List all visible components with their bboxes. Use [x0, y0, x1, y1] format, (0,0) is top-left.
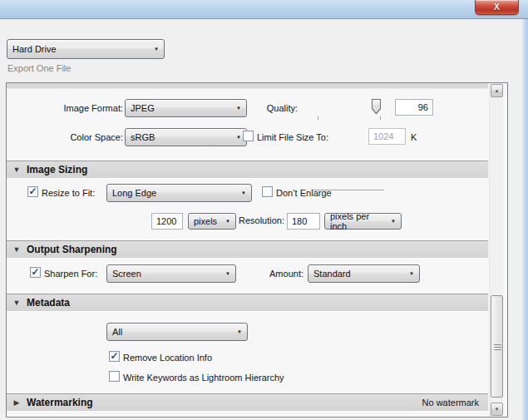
- check-icon: ✓: [31, 268, 39, 276]
- dropdown-arrow-icon: ▼: [231, 135, 241, 140]
- window-edge: [521, 19, 528, 420]
- quality-label: Quality:: [241, 103, 298, 113]
- section-header-metadata[interactable]: ▼ Metadata: [7, 294, 488, 311]
- slider-tick: [318, 116, 318, 120]
- section-header-image-sizing[interactable]: ▼ Image Sizing: [7, 161, 488, 178]
- check-icon: ✓: [28, 187, 37, 195]
- section-header-output-sharpening[interactable]: ▼ Output Sharpening: [7, 240, 488, 258]
- scroll-up-icon: ▲: [495, 88, 500, 93]
- sharpen-amount-value: Standard: [313, 269, 351, 279]
- image-format-select[interactable]: JPEG ▼: [125, 99, 247, 117]
- section-header-watermarking[interactable]: ▶ Watermarking No watermark: [7, 393, 488, 411]
- dropdown-arrow-icon: ▼: [149, 47, 159, 52]
- dont-enlarge-label: Don’t Enlarge: [276, 188, 332, 198]
- scrollbar-grip-icon: [494, 344, 501, 350]
- sharpen-amount-select[interactable]: Standard ▼: [308, 264, 420, 283]
- watermark-status: No watermark: [422, 398, 488, 408]
- titlebar: X: [0, 0, 528, 19]
- color-space-value: sRGB: [131, 132, 155, 142]
- export-to-select[interactable]: Hard Drive ▼: [7, 39, 165, 59]
- resize-to-fit-checkbox[interactable]: ✓: [27, 186, 38, 197]
- dropdown-arrow-icon: ▼: [404, 271, 414, 276]
- scroll-up-button[interactable]: ▲: [491, 84, 503, 97]
- scroll-down-button[interactable]: ▼: [491, 403, 503, 416]
- close-button[interactable]: X: [475, 0, 519, 15]
- write-keywords-label: Write Keywords as Lightroom Hierarchy: [123, 373, 284, 383]
- metadata-include-value: All: [112, 327, 122, 337]
- quality-input[interactable]: [395, 99, 433, 116]
- remove-location-checkbox[interactable]: ✓: [109, 351, 120, 362]
- slider-tick: [380, 116, 381, 120]
- section-title: Watermarking: [27, 397, 93, 408]
- dropdown-arrow-icon: ▼: [231, 106, 241, 111]
- dropdown-arrow-icon: ▼: [220, 271, 230, 276]
- resize-mode-value: Long Edge: [112, 188, 156, 198]
- remove-location-label: Remove Location Info: [123, 353, 212, 363]
- sharpen-for-checkbox[interactable]: ✓: [30, 267, 41, 278]
- scroll-down-icon: ▼: [495, 407, 500, 412]
- quality-slider-thumb[interactable]: [372, 99, 381, 109]
- image-format-value: JPEG: [131, 103, 155, 113]
- resolution-unit-value: pixels per inch: [330, 211, 386, 231]
- section-expanded-icon: ▼: [7, 299, 27, 307]
- size-value-input[interactable]: [151, 213, 183, 230]
- section-title: Metadata: [27, 297, 70, 309]
- image-format-label: Image Format:: [32, 103, 123, 113]
- check-icon: ✓: [110, 352, 118, 360]
- limit-file-size-checkbox[interactable]: ✓: [243, 131, 254, 141]
- sharpen-target-value: Screen: [112, 269, 141, 279]
- dropdown-arrow-icon: ▼: [386, 219, 396, 224]
- resolution-label: Resolution:: [234, 215, 284, 225]
- size-unit-select[interactable]: pixels ▼: [188, 213, 236, 230]
- resolution-input[interactable]: [287, 213, 320, 230]
- settings-panel: Image Format: JPEG ▼ Quality: Color Spac…: [6, 82, 508, 418]
- resolution-unit-select[interactable]: pixels per inch ▼: [324, 213, 402, 230]
- write-keywords-checkbox[interactable]: ✓: [109, 371, 120, 382]
- resize-to-fit-label: Resize to Fit:: [42, 188, 95, 198]
- sharpen-target-select[interactable]: Screen ▼: [106, 264, 236, 283]
- sharpen-for-label: Sharpen For:: [44, 269, 97, 279]
- dropdown-arrow-icon: ▼: [220, 219, 230, 224]
- dont-enlarge-checkbox[interactable]: ✓: [262, 186, 273, 197]
- resize-mode-select[interactable]: Long Edge ▼: [106, 184, 252, 202]
- limit-file-size-label: Limit File Size To:: [257, 132, 328, 142]
- limit-file-size-unit: K: [411, 132, 417, 142]
- vertical-scrollbar[interactable]: ▲ ▼: [489, 83, 503, 417]
- size-unit-value: pixels: [194, 216, 217, 226]
- section-expanded-icon: ▼: [7, 166, 27, 174]
- close-icon: X: [494, 2, 500, 12]
- export-to-value: Hard Drive: [12, 44, 57, 54]
- export-summary-label: Export One File: [7, 63, 71, 73]
- color-space-label: Color Space:: [32, 132, 123, 142]
- section-title: Output Sharpening: [27, 244, 117, 255]
- section-collapsed-icon: ▶: [7, 398, 27, 407]
- limit-file-size-input[interactable]: [368, 128, 406, 145]
- section-title: Image Sizing: [27, 164, 87, 175]
- color-space-select[interactable]: sRGB ▼: [125, 128, 247, 146]
- metadata-include-select[interactable]: All ▼: [106, 323, 248, 341]
- scrollbar-thumb[interactable]: [491, 295, 503, 398]
- dropdown-arrow-icon: ▼: [236, 190, 246, 195]
- dropdown-arrow-icon: ▼: [232, 329, 242, 334]
- scrolled-section-remnant: [7, 83, 488, 89]
- section-expanded-icon: ▼: [7, 245, 27, 254]
- amount-label: Amount:: [254, 269, 303, 279]
